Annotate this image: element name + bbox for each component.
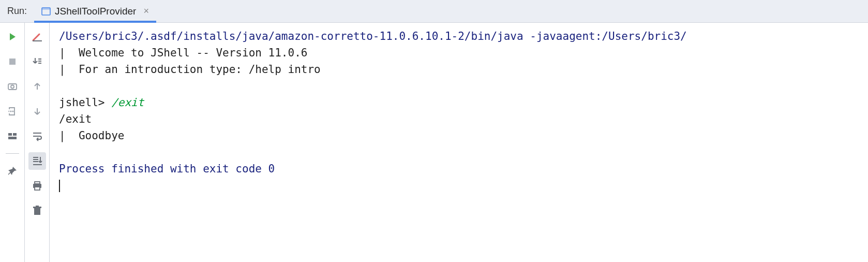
svg-point-6 xyxy=(12,111,13,112)
svg-rect-15 xyxy=(33,161,38,162)
soft-wrap-button[interactable] xyxy=(28,127,46,145)
svg-point-4 xyxy=(11,85,14,89)
application-icon xyxy=(41,7,51,16)
svg-rect-2 xyxy=(9,59,16,65)
svg-rect-19 xyxy=(34,208,40,215)
delete-button[interactable] xyxy=(28,202,46,220)
svg-rect-7 xyxy=(8,133,12,136)
stop-button[interactable] xyxy=(4,53,21,70)
left-toolbar xyxy=(0,23,25,262)
pin-button[interactable] xyxy=(4,162,21,180)
svg-rect-11 xyxy=(38,61,41,62)
process-finished: Process finished with exit code 0 xyxy=(59,163,275,175)
svg-rect-16 xyxy=(35,182,40,184)
down-button[interactable] xyxy=(28,103,46,120)
run-tool-header: Run: JShellToolProvider × xyxy=(0,0,868,23)
tab-jshelltoolprovider[interactable]: JShellToolProvider × xyxy=(34,0,156,22)
run-tool-body: /Users/bric3/.asdf/installs/java/amazon-… xyxy=(0,23,868,262)
down-stack-button[interactable] xyxy=(28,53,46,70)
cursor xyxy=(59,180,60,192)
console-output[interactable]: /Users/bric3/.asdf/installs/java/amazon-… xyxy=(50,23,868,262)
console-toolbar xyxy=(25,23,50,262)
run-label: Run: xyxy=(0,0,34,22)
svg-rect-18 xyxy=(35,187,40,190)
print-button[interactable] xyxy=(28,177,46,195)
clear-all-button[interactable] xyxy=(28,28,46,46)
svg-rect-12 xyxy=(38,63,41,64)
jshell-prompt: jshell> xyxy=(59,96,111,109)
svg-point-5 xyxy=(10,111,11,112)
close-icon[interactable]: × xyxy=(143,6,149,17)
scroll-to-end-button[interactable] xyxy=(28,152,46,170)
dump-threads-button[interactable] xyxy=(4,78,21,95)
toolbar-divider xyxy=(6,153,19,154)
echo-line: /exit xyxy=(59,113,92,125)
svg-rect-9 xyxy=(8,137,17,139)
layout-button[interactable] xyxy=(4,127,21,145)
svg-rect-21 xyxy=(36,206,39,207)
up-button[interactable] xyxy=(28,78,46,95)
tab-label: JShellToolProvider xyxy=(55,6,136,17)
command-line: /Users/bric3/.asdf/installs/java/amazon-… xyxy=(59,30,687,42)
goodbye-line: | Goodbye xyxy=(59,129,124,142)
rerun-button[interactable] xyxy=(4,28,21,46)
svg-rect-20 xyxy=(33,207,41,208)
svg-rect-13 xyxy=(33,157,38,158)
exit-button[interactable] xyxy=(4,103,21,120)
svg-rect-8 xyxy=(13,133,17,136)
svg-rect-14 xyxy=(33,159,38,160)
entered-command: /exit xyxy=(111,96,144,109)
svg-rect-10 xyxy=(38,59,41,60)
svg-rect-1 xyxy=(42,8,50,10)
welcome-line-1: | Welcome to JShell -- Version 11.0.6 xyxy=(59,47,307,59)
welcome-line-2: | For an introduction type: /help intro xyxy=(59,63,321,76)
